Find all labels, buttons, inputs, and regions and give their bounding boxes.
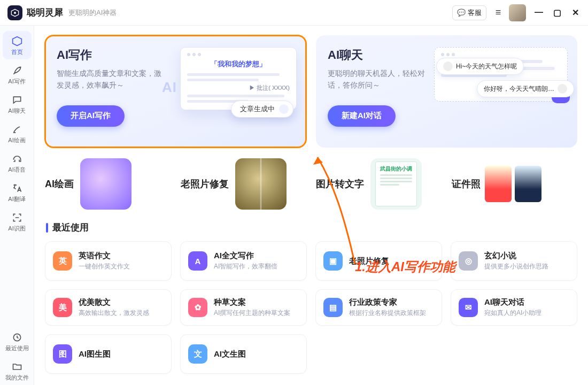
folder-icon [11, 361, 23, 373]
chat-bubble-1: Hi~今天的天气怎样呢 [436, 58, 524, 75]
chat-bubble-1-text: Hi~今天的天气怎样呢 [456, 62, 517, 71]
id-photo-thumb [485, 166, 541, 202]
tool-name: 种草文案 [214, 297, 290, 307]
sidebar-item-label: AI绘画 [8, 136, 25, 144]
tool-ai-chat[interactable]: ✉AI聊天对话宛如真人的AI小助理 [451, 289, 577, 326]
window-minimize-button[interactable]: — [533, 7, 544, 18]
sidebar-item-label: 我的文件 [5, 374, 29, 382]
hero-chat-desc: 更聪明的聊天机器人，轻松对话，答你所问～ [328, 67, 435, 91]
app-tagline: 更聪明的AI神器 [68, 8, 117, 18]
feature-card-ocr[interactable]: 图片转文字 武昌街的小调 [316, 158, 442, 210]
tool-desc: 根据行业名称提供政策框架 [349, 309, 426, 318]
new-chat-button[interactable]: 新建AI对话 [328, 105, 396, 127]
tool-name: 行业政策专家 [349, 297, 426, 307]
sidebar-item-files[interactable]: 我的文件 [3, 357, 32, 385]
svg-marker-2 [12, 37, 21, 46]
sidebar-item-label: 最近使用 [5, 344, 29, 352]
feature-card-photo-restore[interactable]: 老照片修复 [181, 158, 307, 210]
sidebar-item-label: AI语音 [8, 166, 25, 174]
tool-name: 英语作文 [79, 251, 130, 261]
tool-fantasy-novel[interactable]: ◎玄幻小说提供更多小说创作思路 [451, 241, 577, 281]
app-logo-icon [7, 5, 22, 20]
svg-point-1 [14, 12, 16, 14]
tool-name: AI文生图 [214, 349, 246, 359]
tool-grass-copy[interactable]: ✿种草文案AI撰写任何主题的种草文案 [180, 289, 307, 326]
hero-card-writing[interactable]: AI写作 智能生成高质量文章和文案，激发灵感，效率飙升～ 开启AI写作 AI 「… [45, 35, 306, 148]
window-maximize-button[interactable]: ▢ [552, 7, 562, 18]
feature-title: 图片转文字 [316, 178, 364, 190]
avatar-icon [443, 61, 453, 71]
tool-english-essay[interactable]: 英英语作文一键创作英文作文 [45, 241, 172, 281]
sidebar-item-translate[interactable]: AI翻译 [3, 178, 32, 206]
feather-icon [11, 65, 23, 76]
user-avatar[interactable] [509, 4, 526, 21]
feature-title: 证件照 [452, 178, 481, 190]
txt-icon: 文 [188, 344, 207, 364]
hero-card-chat[interactable]: AI聊天 更聪明的聊天机器人，轻松对话，答你所问～ 新建AI对话 ☻ Hi~今天… [316, 35, 577, 148]
new-chat-label: 新建AI对话 [342, 111, 382, 121]
headphone-icon [11, 153, 23, 165]
bubble-icon: ✉ [459, 298, 478, 317]
app-title: 聪明灵犀 [27, 6, 63, 19]
window-close-button[interactable]: ✕ [570, 7, 581, 18]
hex-icon [11, 35, 23, 47]
preview-note: ▶ 批注( XXXX) [187, 84, 290, 92]
speech-bubble-icon: 💬 [457, 9, 466, 17]
ocr-thumb: 武昌街的小调 [370, 158, 422, 210]
sidebar-item-voice[interactable]: AI语音 [3, 149, 32, 177]
sidebar-item-label: AI写作 [8, 78, 25, 86]
novel-icon: ◎ [459, 251, 478, 271]
feature-title: 老照片修复 [181, 178, 229, 190]
customer-service-button[interactable]: 💬 客服 [452, 5, 486, 20]
pen-icon: A [188, 251, 207, 271]
tool-prose[interactable]: 美优美散文高效输出散文，激发灵感 [45, 289, 172, 326]
scan-icon [11, 212, 23, 224]
titlebar: 聪明灵犀 更聪明的AI神器 💬 客服 ≡ — ▢ ✕ [0, 0, 588, 26]
writing-preview: AI 「我和我的梦想」 ▶ 批注( XXXX) 文章生成中 [180, 47, 297, 110]
main-content: AI写作 智能生成高质量文章和文案，激发灵感，效率飙升～ 开启AI写作 AI 「… [34, 26, 588, 385]
doc-icon: ▤ [323, 298, 343, 317]
tool-name: AI聊天对话 [484, 297, 541, 307]
sidebar-item-label: AI翻译 [8, 195, 25, 203]
sidebar-item-label: AI聊天 [8, 107, 25, 115]
sidebar-item-home[interactable]: 首页 [3, 31, 32, 59]
clock-icon [11, 332, 23, 343]
feature-card-id-photo[interactable]: 证件照 [452, 158, 578, 210]
tool-name: AI图生图 [79, 349, 111, 359]
tool-txt2img[interactable]: 文AI文生图 [180, 334, 307, 374]
tool-desc: 高效输出散文，激发灵感 [79, 309, 149, 318]
sidebar: 首页 AI写作 AI聊天 AI绘画 AI语音 AI翻译 AI识图 最 [0, 26, 34, 385]
tool-full-writing[interactable]: AAI全文写作AI智能写作，效率翻倍 [180, 241, 307, 281]
sidebar-item-draw[interactable]: AI绘画 [3, 119, 32, 148]
sidebar-item-ocr[interactable]: AI识图 [3, 207, 32, 236]
tool-img2img[interactable]: 图AI图生图 [45, 334, 172, 374]
sidebar-item-writing[interactable]: AI写作 [3, 60, 32, 89]
hero-writing-desc: 智能生成高质量文章和文案，激发灵感，效率飙升～ [57, 67, 164, 91]
chat-bubble-2-text: 你好呀，今天天气晴朗… [484, 84, 554, 94]
avatar-icon [558, 84, 567, 94]
tool-desc: 提供更多小说创作思路 [484, 262, 548, 271]
recent-section-head: 最近使用 [46, 221, 577, 234]
feature-card-drawing[interactable]: AI绘画 [45, 158, 171, 210]
img-icon: 图 [53, 344, 72, 364]
chat-preview: ☻ Hi~今天的天气怎样呢 你好呀，今天天气晴朗… [434, 47, 568, 102]
drawing-thumb [80, 158, 131, 210]
tool-desc: AI撰写任何主题的种草文案 [214, 309, 290, 318]
recent-heading: 最近使用 [52, 221, 89, 234]
sidebar-item-recent[interactable]: 最近使用 [3, 327, 32, 356]
app-logo-wrap: 聪明灵犀 [7, 5, 63, 20]
chat-icon [11, 94, 23, 106]
start-writing-button[interactable]: 开启AI写作 [57, 105, 125, 127]
tool-policy-expert[interactable]: ▤行业政策专家根据行业名称提供政策框架 [315, 289, 442, 326]
sidebar-item-label: AI识图 [8, 225, 25, 233]
prose-icon: 美 [53, 298, 72, 317]
ocr-doc-heading: 武昌街的小调 [380, 165, 412, 173]
menu-icon[interactable]: ≡ [491, 5, 506, 20]
essay-icon: 英 [53, 251, 72, 271]
sidebar-item-chat[interactable]: AI聊天 [3, 90, 32, 118]
leaf-icon: ✿ [188, 298, 207, 317]
tool-name: AI全文写作 [214, 251, 277, 261]
tool-desc: 宛如真人的AI小助理 [484, 309, 541, 318]
brush-icon [11, 124, 23, 135]
tool-photo-restore[interactable]: ▣老照片修复 [315, 241, 442, 281]
